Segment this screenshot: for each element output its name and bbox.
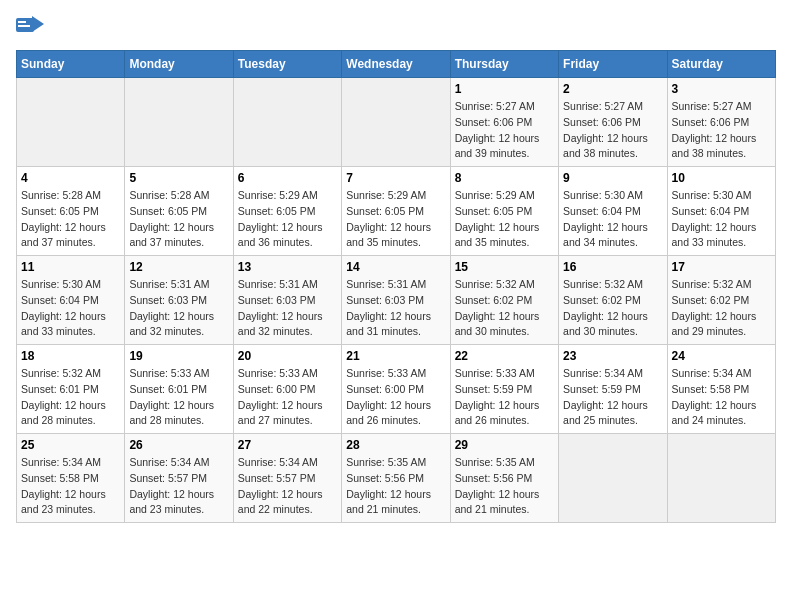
day-info: Sunrise: 5:33 AM Sunset: 6:00 PM Dayligh…	[238, 366, 337, 429]
col-header-saturday: Saturday	[667, 51, 775, 78]
calendar-cell: 19Sunrise: 5:33 AM Sunset: 6:01 PM Dayli…	[125, 345, 233, 434]
day-info: Sunrise: 5:34 AM Sunset: 5:57 PM Dayligh…	[238, 455, 337, 518]
calendar-cell: 16Sunrise: 5:32 AM Sunset: 6:02 PM Dayli…	[559, 256, 667, 345]
day-info: Sunrise: 5:34 AM Sunset: 5:58 PM Dayligh…	[672, 366, 771, 429]
day-number: 10	[672, 171, 771, 185]
day-info: Sunrise: 5:34 AM Sunset: 5:59 PM Dayligh…	[563, 366, 662, 429]
col-header-tuesday: Tuesday	[233, 51, 341, 78]
day-number: 25	[21, 438, 120, 452]
day-number: 20	[238, 349, 337, 363]
calendar-cell	[342, 78, 450, 167]
day-number: 14	[346, 260, 445, 274]
calendar-cell: 23Sunrise: 5:34 AM Sunset: 5:59 PM Dayli…	[559, 345, 667, 434]
calendar-cell: 17Sunrise: 5:32 AM Sunset: 6:02 PM Dayli…	[667, 256, 775, 345]
day-info: Sunrise: 5:32 AM Sunset: 6:01 PM Dayligh…	[21, 366, 120, 429]
day-number: 17	[672, 260, 771, 274]
calendar-cell: 26Sunrise: 5:34 AM Sunset: 5:57 PM Dayli…	[125, 434, 233, 523]
calendar-table: SundayMondayTuesdayWednesdayThursdayFrid…	[16, 50, 776, 523]
day-info: Sunrise: 5:33 AM Sunset: 6:01 PM Dayligh…	[129, 366, 228, 429]
day-number: 9	[563, 171, 662, 185]
day-number: 7	[346, 171, 445, 185]
day-info: Sunrise: 5:29 AM Sunset: 6:05 PM Dayligh…	[238, 188, 337, 251]
logo	[16, 16, 48, 38]
day-info: Sunrise: 5:31 AM Sunset: 6:03 PM Dayligh…	[346, 277, 445, 340]
day-number: 13	[238, 260, 337, 274]
svg-rect-3	[18, 25, 30, 27]
calendar-cell: 1Sunrise: 5:27 AM Sunset: 6:06 PM Daylig…	[450, 78, 558, 167]
calendar-cell	[559, 434, 667, 523]
calendar-cell: 21Sunrise: 5:33 AM Sunset: 6:00 PM Dayli…	[342, 345, 450, 434]
day-number: 15	[455, 260, 554, 274]
day-number: 27	[238, 438, 337, 452]
day-info: Sunrise: 5:35 AM Sunset: 5:56 PM Dayligh…	[346, 455, 445, 518]
day-number: 18	[21, 349, 120, 363]
col-header-friday: Friday	[559, 51, 667, 78]
day-info: Sunrise: 5:32 AM Sunset: 6:02 PM Dayligh…	[563, 277, 662, 340]
svg-marker-1	[32, 16, 44, 32]
calendar-cell: 12Sunrise: 5:31 AM Sunset: 6:03 PM Dayli…	[125, 256, 233, 345]
col-header-wednesday: Wednesday	[342, 51, 450, 78]
col-header-thursday: Thursday	[450, 51, 558, 78]
day-info: Sunrise: 5:30 AM Sunset: 6:04 PM Dayligh…	[672, 188, 771, 251]
day-info: Sunrise: 5:27 AM Sunset: 6:06 PM Dayligh…	[563, 99, 662, 162]
calendar-cell: 29Sunrise: 5:35 AM Sunset: 5:56 PM Dayli…	[450, 434, 558, 523]
day-number: 26	[129, 438, 228, 452]
calendar-cell: 27Sunrise: 5:34 AM Sunset: 5:57 PM Dayli…	[233, 434, 341, 523]
day-number: 11	[21, 260, 120, 274]
day-number: 21	[346, 349, 445, 363]
svg-rect-2	[18, 21, 26, 23]
col-header-monday: Monday	[125, 51, 233, 78]
day-number: 5	[129, 171, 228, 185]
day-number: 1	[455, 82, 554, 96]
calendar-cell: 15Sunrise: 5:32 AM Sunset: 6:02 PM Dayli…	[450, 256, 558, 345]
day-info: Sunrise: 5:33 AM Sunset: 5:59 PM Dayligh…	[455, 366, 554, 429]
day-info: Sunrise: 5:30 AM Sunset: 6:04 PM Dayligh…	[21, 277, 120, 340]
day-number: 23	[563, 349, 662, 363]
calendar-cell: 28Sunrise: 5:35 AM Sunset: 5:56 PM Dayli…	[342, 434, 450, 523]
logo-icon	[16, 16, 44, 38]
day-number: 22	[455, 349, 554, 363]
day-info: Sunrise: 5:27 AM Sunset: 6:06 PM Dayligh…	[672, 99, 771, 162]
day-number: 28	[346, 438, 445, 452]
day-info: Sunrise: 5:29 AM Sunset: 6:05 PM Dayligh…	[455, 188, 554, 251]
day-info: Sunrise: 5:27 AM Sunset: 6:06 PM Dayligh…	[455, 99, 554, 162]
col-header-sunday: Sunday	[17, 51, 125, 78]
calendar-cell: 3Sunrise: 5:27 AM Sunset: 6:06 PM Daylig…	[667, 78, 775, 167]
header	[16, 16, 776, 38]
day-info: Sunrise: 5:30 AM Sunset: 6:04 PM Dayligh…	[563, 188, 662, 251]
calendar-cell: 13Sunrise: 5:31 AM Sunset: 6:03 PM Dayli…	[233, 256, 341, 345]
calendar-cell: 20Sunrise: 5:33 AM Sunset: 6:00 PM Dayli…	[233, 345, 341, 434]
calendar-cell: 5Sunrise: 5:28 AM Sunset: 6:05 PM Daylig…	[125, 167, 233, 256]
day-number: 16	[563, 260, 662, 274]
day-info: Sunrise: 5:34 AM Sunset: 5:58 PM Dayligh…	[21, 455, 120, 518]
day-info: Sunrise: 5:28 AM Sunset: 6:05 PM Dayligh…	[129, 188, 228, 251]
day-number: 24	[672, 349, 771, 363]
calendar-cell: 8Sunrise: 5:29 AM Sunset: 6:05 PM Daylig…	[450, 167, 558, 256]
calendar-cell: 10Sunrise: 5:30 AM Sunset: 6:04 PM Dayli…	[667, 167, 775, 256]
day-info: Sunrise: 5:35 AM Sunset: 5:56 PM Dayligh…	[455, 455, 554, 518]
calendar-cell: 24Sunrise: 5:34 AM Sunset: 5:58 PM Dayli…	[667, 345, 775, 434]
calendar-cell: 11Sunrise: 5:30 AM Sunset: 6:04 PM Dayli…	[17, 256, 125, 345]
day-number: 6	[238, 171, 337, 185]
calendar-cell: 7Sunrise: 5:29 AM Sunset: 6:05 PM Daylig…	[342, 167, 450, 256]
calendar-cell: 2Sunrise: 5:27 AM Sunset: 6:06 PM Daylig…	[559, 78, 667, 167]
day-number: 4	[21, 171, 120, 185]
calendar-cell	[17, 78, 125, 167]
day-info: Sunrise: 5:29 AM Sunset: 6:05 PM Dayligh…	[346, 188, 445, 251]
calendar-cell: 14Sunrise: 5:31 AM Sunset: 6:03 PM Dayli…	[342, 256, 450, 345]
day-info: Sunrise: 5:33 AM Sunset: 6:00 PM Dayligh…	[346, 366, 445, 429]
day-number: 8	[455, 171, 554, 185]
day-number: 2	[563, 82, 662, 96]
day-info: Sunrise: 5:32 AM Sunset: 6:02 PM Dayligh…	[455, 277, 554, 340]
calendar-cell: 9Sunrise: 5:30 AM Sunset: 6:04 PM Daylig…	[559, 167, 667, 256]
day-number: 29	[455, 438, 554, 452]
day-number: 12	[129, 260, 228, 274]
day-info: Sunrise: 5:32 AM Sunset: 6:02 PM Dayligh…	[672, 277, 771, 340]
calendar-cell	[233, 78, 341, 167]
day-info: Sunrise: 5:34 AM Sunset: 5:57 PM Dayligh…	[129, 455, 228, 518]
calendar-cell	[667, 434, 775, 523]
day-info: Sunrise: 5:31 AM Sunset: 6:03 PM Dayligh…	[238, 277, 337, 340]
day-number: 19	[129, 349, 228, 363]
calendar-cell: 18Sunrise: 5:32 AM Sunset: 6:01 PM Dayli…	[17, 345, 125, 434]
day-info: Sunrise: 5:28 AM Sunset: 6:05 PM Dayligh…	[21, 188, 120, 251]
